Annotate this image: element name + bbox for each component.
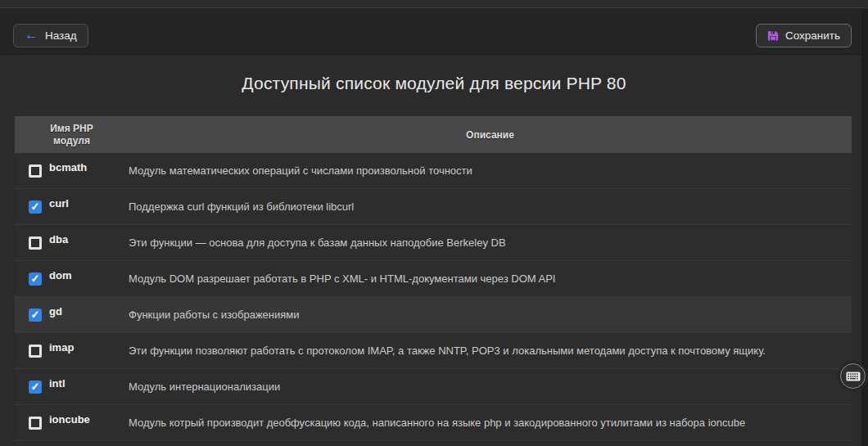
back-arrow-icon: ← — [25, 28, 38, 42]
module-description: Модуль котрый производит деобфускацию ко… — [129, 405, 852, 440]
module-description: Функции работы с изображениями — [129, 297, 852, 332]
module-cell: bcmath — [15, 153, 129, 188]
module-description: Модуль математических операций с числами… — [129, 153, 852, 188]
page-title: Доступный список модулей для версии PHP … — [0, 74, 868, 93]
module-description: Модуль DOM разрешает работать в PHP с XM… — [129, 261, 852, 296]
back-button-label: Назад — [45, 29, 77, 42]
table-row[interactable]: gd Функции работы с изображениями — [15, 297, 852, 333]
table-row[interactable]: ioncube Модуль котрый производит деобфус… — [15, 405, 852, 441]
module-checkbox[interactable] — [29, 345, 42, 358]
module-description: Поддержка curl функций из библиотеки lib… — [129, 189, 852, 224]
column-header-module: Имя PHP модуля — [15, 116, 129, 153]
window-top-strip — [0, 0, 868, 8]
module-description: Эти функции позволяют работать с протоко… — [129, 333, 852, 368]
module-cell: dom — [15, 261, 129, 296]
module-name: dom — [49, 269, 71, 282]
table-row[interactable]: dba Эти функции — основа для доступа к б… — [15, 225, 852, 261]
save-button-label: Сохранить — [785, 29, 840, 42]
module-checkbox[interactable] — [29, 417, 42, 430]
table-header-row: Имя PHP модуля Описание — [15, 116, 852, 153]
module-checkbox[interactable] — [29, 381, 42, 394]
module-cell: intl — [15, 369, 129, 404]
module-cell: gd — [15, 297, 129, 332]
table-row[interactable]: curl Поддержка curl функций из библиотек… — [15, 189, 852, 225]
table-row[interactable]: intl Модуль интернационализации — [15, 369, 852, 405]
module-cell: curl — [15, 189, 129, 224]
module-checkbox[interactable] — [29, 164, 42, 178]
module-cell: imap — [15, 333, 129, 368]
module-name: curl — [49, 197, 69, 209]
module-checkbox[interactable] — [29, 273, 42, 286]
table-row[interactable]: dom Модуль DOM разрешает работать в PHP … — [15, 261, 852, 297]
module-description: Эти функции — основа для доступа к базам… — [129, 225, 852, 260]
virtual-keyboard-button[interactable] — [840, 363, 866, 389]
column-header-description: Описание — [129, 116, 852, 153]
module-name: intl — [49, 377, 66, 390]
module-cell: dba — [15, 225, 129, 260]
module-name: bcmath — [49, 161, 87, 173]
module-checkbox[interactable] — [29, 309, 42, 322]
toolbar: ← Назад Сохранить — [0, 8, 868, 55]
table-row[interactable]: bcmath Модуль математических операций с … — [15, 153, 852, 189]
module-cell: ioncube — [15, 405, 129, 440]
module-name: gd — [49, 305, 62, 318]
module-description: Модуль интернационализации — [129, 369, 852, 404]
module-name: imap — [49, 341, 74, 354]
keyboard-icon — [846, 372, 861, 381]
save-button[interactable]: Сохранить — [756, 24, 852, 47]
floppy-disk-icon — [767, 30, 779, 42]
table-row[interactable]: imap Эти функции позволяют работать с пр… — [15, 333, 852, 369]
back-button[interactable]: ← Назад — [13, 24, 88, 47]
module-name: dba — [49, 233, 68, 246]
table-body: bcmath Модуль математических операций с … — [15, 153, 852, 441]
module-checkbox[interactable] — [29, 237, 42, 250]
module-name: ioncube — [49, 413, 90, 426]
module-checkbox[interactable] — [29, 200, 42, 214]
modules-table: Имя PHP модуля Описание bcmath Модуль ма… — [15, 116, 852, 441]
